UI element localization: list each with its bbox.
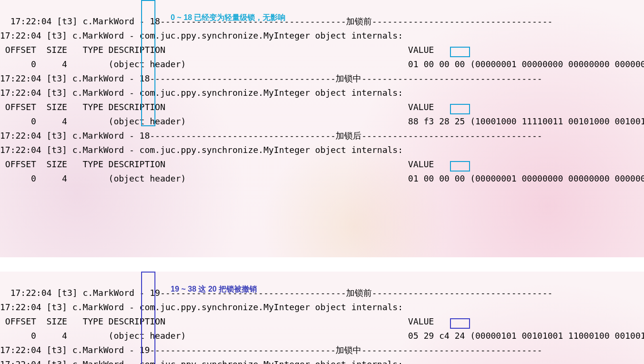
log-block-18: 17:22:04 [t3] c.MarkWord - 18-----------…	[0, 0, 644, 257]
log-text-19: 17:22:04 [t3] c.MarkWord - 19-----------…	[0, 288, 644, 364]
log-text-18: 17:22:04 [t3] c.MarkWord - 18-----------…	[0, 16, 644, 183]
box-18-bits-3	[450, 161, 470, 172]
block-gap	[0, 257, 644, 272]
log-block-19: 17:22:04 [t3] c.MarkWord - 19-----------…	[0, 272, 644, 364]
box-18-bits-2	[450, 104, 470, 114]
box-19-bits-1	[450, 318, 470, 329]
box-18-bits-1	[450, 47, 470, 57]
